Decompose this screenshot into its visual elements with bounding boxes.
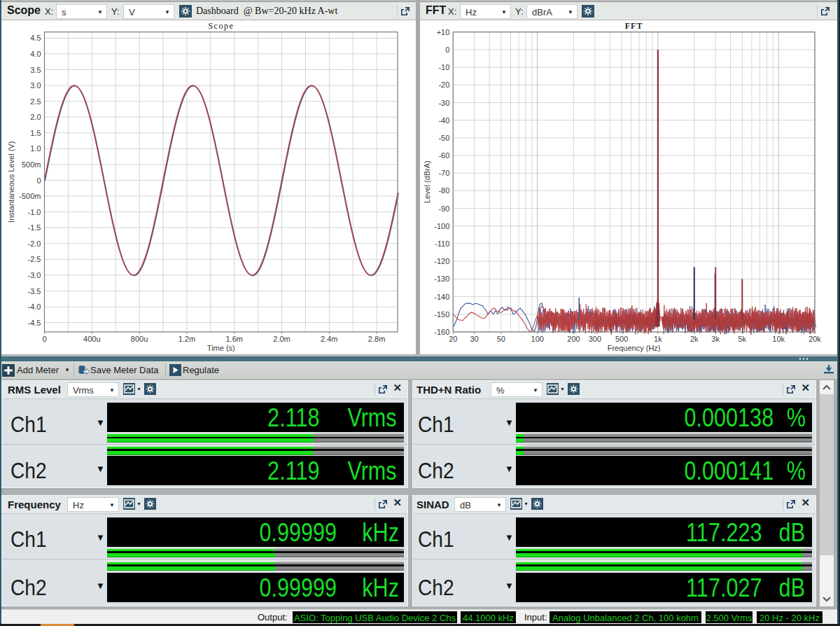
svg-text:Scope: Scope (208, 21, 234, 31)
svg-text:-120: -120 (434, 257, 449, 265)
svg-text:-60: -60 (438, 151, 449, 160)
svg-text:-40: -40 (438, 116, 449, 125)
svg-text:1.0: 1.0 (30, 144, 41, 153)
svg-text:-50: -50 (438, 134, 449, 142)
svg-text:4.5: 4.5 (30, 34, 41, 42)
svg-text:-1.0: -1.0 (28, 208, 41, 216)
svg-text:1.6m: 1.6m (225, 335, 242, 343)
svg-text:-80: -80 (438, 186, 449, 195)
svg-text:-4.5: -4.5 (28, 319, 41, 327)
svg-text:2.0: 2.0 (30, 113, 41, 121)
svg-text:-150: -150 (434, 310, 449, 319)
svg-text:2.0m: 2.0m (273, 335, 290, 343)
svg-text:30: 30 (470, 335, 478, 343)
svg-text:Instantaneous Level (V): Instantaneous Level (V) (7, 141, 15, 223)
svg-text:2.5: 2.5 (30, 97, 41, 106)
svg-text:-90: -90 (438, 204, 449, 213)
svg-text:300: 300 (589, 335, 601, 343)
svg-text:5k: 5k (738, 335, 746, 343)
svg-text:-20: -20 (438, 81, 449, 89)
svg-text:1.5: 1.5 (30, 129, 41, 137)
svg-text:400u: 400u (83, 335, 100, 343)
svg-text:200: 200 (567, 335, 580, 343)
svg-text:500: 500 (615, 335, 628, 343)
svg-text:50: 50 (497, 335, 505, 343)
svg-text:-4.0: -4.0 (28, 302, 41, 311)
svg-text:1.2m: 1.2m (178, 335, 195, 343)
svg-text:20: 20 (449, 335, 457, 343)
svg-text:-10: -10 (438, 63, 449, 71)
svg-text:Frequency (Hz): Frequency (Hz) (608, 344, 661, 352)
svg-text:2k: 2k (690, 335, 699, 343)
svg-text:-160: -160 (434, 328, 449, 336)
svg-text:2.8m: 2.8m (368, 335, 385, 343)
svg-text:500m: 500m (22, 160, 41, 169)
svg-text:3k: 3k (711, 335, 720, 343)
svg-text:FFT: FFT (625, 21, 643, 31)
svg-text:-110: -110 (435, 239, 449, 248)
svg-text:0: 0 (42, 335, 46, 343)
svg-text:-30: -30 (438, 99, 449, 107)
svg-text:100: 100 (531, 335, 544, 343)
svg-text:3.5: 3.5 (30, 66, 41, 74)
svg-text:0: 0 (36, 176, 41, 185)
svg-text:-3.5: -3.5 (28, 287, 41, 295)
svg-text:Time (s): Time (s) (207, 344, 235, 352)
svg-text:-1.5: -1.5 (28, 223, 41, 232)
svg-text:-2.5: -2.5 (28, 255, 41, 263)
svg-text:-2.0: -2.0 (28, 239, 41, 248)
svg-text:+10: +10 (437, 28, 450, 36)
svg-text:10k: 10k (772, 335, 785, 343)
svg-text:1k: 1k (654, 335, 662, 343)
svg-text:-70: -70 (438, 169, 449, 177)
svg-text:-130: -130 (434, 274, 449, 283)
svg-text:-140: -140 (434, 293, 449, 301)
svg-text:4.0: 4.0 (30, 50, 41, 58)
svg-text:0: 0 (445, 46, 449, 54)
svg-text:Level (dBrA): Level (dBrA) (423, 160, 431, 203)
svg-text:-3.0: -3.0 (28, 271, 41, 279)
svg-text:2.4m: 2.4m (321, 335, 337, 343)
svg-text:3.0: 3.0 (30, 81, 41, 90)
svg-text:20k: 20k (808, 335, 821, 343)
svg-text:-500m: -500m (19, 192, 41, 200)
svg-text:800u: 800u (131, 335, 148, 343)
svg-text:-100: -100 (434, 222, 449, 230)
